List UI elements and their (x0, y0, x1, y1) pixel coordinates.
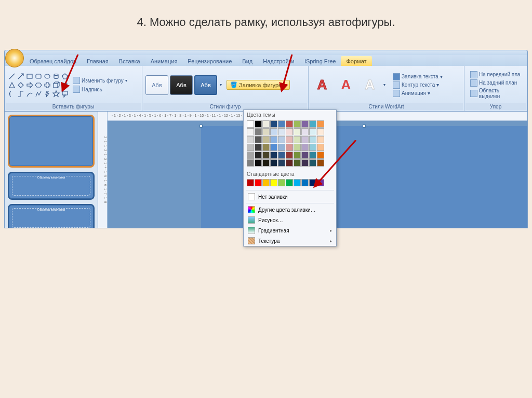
slide-thumbnail-master[interactable] (8, 115, 95, 168)
color-swatch[interactable] (294, 159, 301, 167)
color-swatch[interactable] (247, 136, 254, 143)
shape-lightning-icon[interactable] (43, 90, 51, 98)
color-swatch[interactable] (255, 144, 262, 151)
office-button[interactable] (5, 49, 24, 67)
shape-style-2[interactable]: Абв (170, 75, 193, 95)
color-swatch[interactable] (301, 152, 309, 159)
color-swatch[interactable] (270, 152, 277, 159)
color-swatch[interactable] (247, 128, 254, 135)
resize-handle-n[interactable] (363, 125, 366, 128)
color-swatch[interactable] (255, 120, 262, 128)
slide-thumbnail-layout-1[interactable]: Образец заголовка (8, 172, 95, 200)
gradient-fill-item[interactable]: Градиентная▸ (244, 225, 336, 236)
color-swatch[interactable] (270, 179, 277, 186)
texture-fill-item[interactable]: Текстура▸ (244, 236, 336, 246)
color-swatch[interactable] (294, 179, 301, 186)
tab-ispring[interactable]: iSpring Free (300, 56, 341, 66)
color-swatch[interactable] (255, 159, 262, 167)
color-swatch[interactable] (262, 152, 270, 159)
color-swatch[interactable] (294, 136, 301, 143)
bring-front-button[interactable]: На передний пла (470, 71, 522, 79)
color-swatch[interactable] (278, 128, 285, 135)
color-swatch[interactable] (262, 179, 270, 186)
tab-view[interactable]: Вид (237, 56, 258, 66)
color-swatch[interactable] (301, 128, 309, 135)
color-swatch[interactable] (286, 128, 293, 135)
text-outline-button[interactable]: Контур текста ▾ (392, 81, 443, 89)
shape-freeform-icon[interactable] (34, 90, 43, 98)
more-colors-item[interactable]: Другие цвета заливки… (244, 204, 336, 215)
color-swatch[interactable] (286, 152, 293, 159)
wordart-style-2[interactable]: А (336, 75, 356, 95)
tab-home[interactable]: Главная (82, 56, 114, 66)
color-swatch[interactable] (286, 179, 293, 186)
color-swatch[interactable] (278, 152, 285, 159)
color-swatch[interactable] (247, 120, 254, 128)
color-swatch[interactable] (270, 128, 277, 135)
color-swatch[interactable] (317, 120, 324, 128)
color-swatch[interactable] (286, 144, 293, 151)
color-swatch[interactable] (278, 159, 285, 167)
selection-pane-button[interactable]: Область выделен (470, 87, 522, 100)
color-swatch[interactable] (278, 136, 285, 143)
tab-review[interactable]: Рецензирование (182, 56, 237, 66)
color-swatch[interactable] (262, 136, 270, 143)
color-swatch[interactable] (270, 120, 277, 128)
color-swatch[interactable] (301, 136, 309, 143)
shape-plus-icon[interactable] (43, 81, 51, 89)
picture-fill-item[interactable]: Рисунок… (244, 215, 336, 225)
color-swatch[interactable] (255, 136, 262, 143)
no-fill-item[interactable]: Нет заливки (244, 191, 336, 202)
color-swatch[interactable] (247, 179, 254, 186)
color-swatch[interactable] (309, 120, 316, 128)
color-swatch[interactable] (262, 144, 270, 151)
shape-rect-icon[interactable] (25, 72, 34, 80)
color-swatch[interactable] (270, 144, 277, 151)
color-swatch[interactable] (294, 128, 301, 135)
color-swatch[interactable] (270, 136, 277, 143)
slide-thumbnail-layout-2[interactable]: Образец заголовка (8, 204, 95, 228)
color-swatch[interactable] (286, 120, 293, 128)
tab-format[interactable]: Формат (341, 56, 371, 66)
resize-handle-nw[interactable] (200, 125, 203, 128)
shape-diamond-icon[interactable] (17, 81, 25, 89)
text-fill-button[interactable]: Заливка текста ▾ (392, 73, 443, 81)
shape-style-1[interactable]: Абв (145, 75, 168, 95)
color-swatch[interactable] (270, 159, 277, 167)
color-swatch[interactable] (255, 128, 262, 135)
shape-line-icon[interactable] (8, 72, 16, 80)
color-swatch[interactable] (286, 159, 293, 167)
color-swatch[interactable] (262, 120, 270, 128)
color-swatch[interactable] (294, 152, 301, 159)
color-swatch[interactable] (286, 136, 293, 143)
color-swatch[interactable] (278, 144, 285, 151)
shape-curve-icon[interactable] (25, 90, 34, 98)
color-swatch[interactable] (247, 152, 254, 159)
color-swatch[interactable] (301, 144, 309, 151)
shape-hexagon-icon[interactable] (34, 81, 43, 89)
color-swatch[interactable] (255, 179, 262, 186)
color-swatch[interactable] (294, 120, 301, 128)
shape-roundrect-icon[interactable] (34, 72, 43, 80)
color-swatch[interactable] (301, 179, 309, 186)
color-swatch[interactable] (317, 128, 324, 135)
wordart-gallery-more-icon[interactable]: ▾ (383, 83, 385, 87)
color-swatch[interactable] (247, 144, 254, 151)
color-swatch[interactable] (278, 120, 285, 128)
shape-style-3[interactable]: Абв (194, 75, 217, 95)
wordart-style-3[interactable]: А (360, 75, 380, 95)
shape-connector-icon[interactable] (17, 90, 25, 98)
color-swatch[interactable] (301, 159, 309, 167)
shape-triangle-icon[interactable] (8, 81, 16, 89)
color-swatch[interactable] (255, 152, 262, 159)
color-swatch[interactable] (262, 128, 270, 135)
color-swatch[interactable] (247, 159, 254, 167)
color-swatch[interactable] (278, 179, 285, 186)
shape-oval-icon[interactable] (43, 72, 51, 80)
color-swatch[interactable] (294, 144, 301, 151)
wordart-style-1[interactable]: А (312, 75, 332, 95)
shape-arrow-icon[interactable] (17, 72, 25, 80)
style-gallery-more-icon[interactable]: ▾ (219, 83, 223, 87)
color-swatch[interactable] (262, 159, 270, 167)
text-anim-button[interactable]: Анимация ▾ (392, 89, 443, 98)
